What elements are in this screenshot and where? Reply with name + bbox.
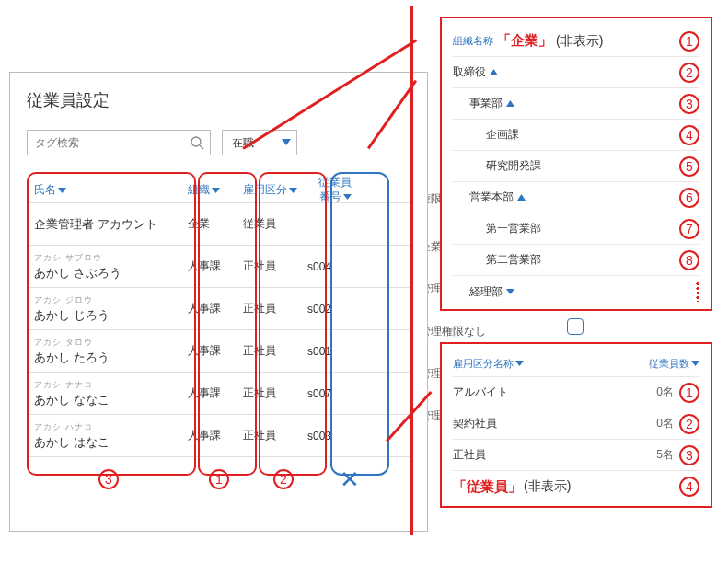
caret-down-icon [506,287,514,297]
col-header-label: 従業員数 [649,357,689,371]
annot-circle: 8 [679,250,699,270]
close-icon[interactable]: ✕ [340,465,360,494]
emp-type-count: 0名 1 [656,383,699,403]
table-row[interactable]: アカシ ナナコあかし ななこ人事課正社員s007 [27,373,410,415]
org-tree-label: 事業部 [453,96,514,111]
emp-type-count: 0名 2 [656,414,699,434]
annot-circle-2: 2 [273,469,294,489]
cell-emp-type: 正社員 [243,301,307,316]
cell-org: 企業 [188,216,243,232]
cell-emp-type: 従業員 [243,216,307,232]
annot-circle: 7 [679,219,699,239]
svg-point-0 [191,137,201,146]
svg-marker-3 [58,188,66,193]
svg-marker-2 [282,139,291,145]
page-title: 従業員設定 [27,89,410,111]
annot-circle: 4 [679,125,699,145]
cell-org: 人事課 [188,301,243,316]
col-header-emp-no[interactable]: 従業員 番号 [307,177,363,202]
org-tree-item[interactable]: 第二営業部8 [453,245,699,276]
name-kana: アカシ ナナコ [34,379,188,391]
emp-type-label: 正社員 [453,447,486,463]
emp-type-row[interactable]: 正社員5名 3 [453,440,699,471]
svg-line-1 [200,145,203,149]
cell-org: 人事課 [188,385,243,401]
table-row[interactable]: アカシ タロウあかし たろう人事課正社員s001 [27,330,410,373]
caret-up-icon [506,98,514,109]
table-row[interactable]: アカシ サブロウあかし さぶろう人事課正社員s004 [27,246,410,288]
cell-emp-type: 正社員 [243,259,307,274]
col-header-emp-type[interactable]: 雇用区分 [243,182,307,198]
org-tree-item[interactable]: 経理部 [453,276,699,307]
col-header-name[interactable]: 氏名 [27,182,188,198]
org-tree-item[interactable]: 取締役2 [453,57,699,88]
name-main: あかし ななこ [34,392,188,408]
org-tree-panel: 組織名称 「企業」 (非表示) 1 取締役2事業部3企画課4研究開発課5営業本部… [440,17,712,311]
col-header-emp-count[interactable]: 従業員数 [649,357,699,371]
employee-settings-panel: 従業員設定 在職 氏名 組織 雇用区分 [9,72,428,532]
emp-type-panel: 雇用区分名称 従業員数 アルバイト0名 1契約社員0名 2正社員5名 3 「従業… [440,342,712,508]
annot-circle: 3 [679,445,699,465]
ghost-checkbox[interactable] [567,318,584,335]
name-main: あかし たろう [34,350,188,366]
annot-circle: 2 [679,414,699,434]
name-main: 企業管理者 アカウント [34,216,188,233]
org-tree-label: 第二営業部 [453,252,541,268]
table-row[interactable]: アカシ ジロウあかし じろう人事課正社員s002 [27,288,410,330]
org-tree-item[interactable]: 第一営業部7 [453,213,699,245]
cell-emp-no: s007 [307,387,363,400]
annot-emp-hidden-bold: 「従業員」 [453,478,522,496]
table-header-row: 氏名 組織 雇用区分 従業員 番号 [27,178,410,203]
annot-circle: 2 [679,63,699,83]
caret-down-icon [282,139,291,146]
name-kana: アカシ サブロウ [34,252,188,264]
col-header-label: 従業員 [318,177,352,189]
org-tree-header-row: 組織名称 「企業」 (非表示) 1 [453,26,699,57]
col-header-org[interactable]: 組織 [188,182,243,198]
annot-circle: 1 [679,383,699,403]
tag-search[interactable] [27,130,211,155]
org-tree-item[interactable]: 事業部3 [453,88,699,120]
cell-org: 人事課 [188,428,243,443]
emp-type-row[interactable]: 契約社員0名 2 [453,408,699,440]
caret-down-icon [212,188,220,194]
col-header-label: 氏名 [34,182,56,198]
col-header-label: 組織 [188,182,210,198]
table-row[interactable]: 企業管理者 アカウント企業従業員 [27,203,410,246]
org-tree-header[interactable]: 組織名称 [453,34,493,48]
svg-marker-6 [343,194,352,200]
svg-marker-8 [506,100,514,107]
cell-name: アカシ ハナコあかし はなこ [27,421,188,451]
cell-name: アカシ ジロウあかし じろう [27,294,188,324]
caret-down-icon [58,188,66,194]
emp-type-row[interactable]: アルバイト0名 1 [453,377,699,408]
annot-org-hidden-note: (非表示) [556,33,603,50]
name-main: あかし さぶろう [34,265,188,282]
cell-emp-type: 正社員 [243,428,307,443]
cell-emp-no: s002 [307,303,363,316]
search-input[interactable] [28,131,210,155]
cell-emp-no: s004 [307,260,363,273]
org-tree-label: 第一営業部 [453,221,541,236]
emp-type-header: 雇用区分名称 従業員数 [453,351,699,377]
cell-emp-no: s003 [307,430,363,442]
cell-name: アカシ ナナコあかし ななこ [27,379,188,408]
table-row[interactable]: アカシ ハナコあかし はなこ人事課正社員s003 [27,415,410,457]
ghost-text: 管理権限なし [420,324,486,339]
svg-marker-12 [691,361,699,366]
svg-marker-5 [289,188,297,193]
annot-circle-3: 3 [98,469,119,489]
col-header-emp-type-name[interactable]: 雇用区分名称 [453,357,524,371]
svg-marker-9 [517,194,526,201]
cell-name: 企業管理者 アカウント [27,216,188,233]
org-tree-item[interactable]: 研究開発課5 [453,151,699,182]
org-tree-item[interactable]: 企画課4 [453,120,699,151]
org-tree-item[interactable]: 営業本部6 [453,182,699,213]
emp-type-label: アルバイト [453,385,508,400]
cell-emp-type: 正社員 [243,343,307,359]
caret-down-icon [289,188,297,194]
table-body: 企業管理者 アカウント企業従業員アカシ サブロウあかし さぶろう人事課正社員s0… [27,203,410,457]
status-select[interactable]: 在職 [222,130,297,155]
annot-org-hidden-bold: 「企業」 [497,32,552,50]
svg-marker-10 [506,289,514,294]
